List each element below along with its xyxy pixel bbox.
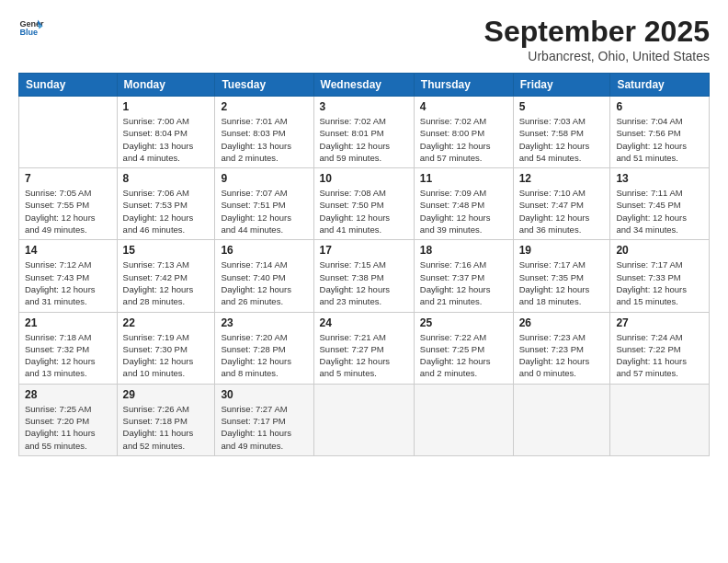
- day-info: Sunrise: 7:17 AMSunset: 7:33 PMDaylight:…: [616, 259, 703, 307]
- calendar-cell: 12Sunrise: 7:10 AMSunset: 7:47 PMDayligh…: [513, 168, 610, 240]
- day-number: 22: [123, 316, 210, 329]
- day-info: Sunrise: 7:13 AMSunset: 7:42 PMDaylight:…: [123, 259, 210, 307]
- calendar-cell: 27Sunrise: 7:24 AMSunset: 7:22 PMDayligh…: [610, 312, 710, 384]
- day-info: Sunrise: 7:10 AMSunset: 7:47 PMDaylight:…: [519, 187, 605, 236]
- calendar-table: SundayMondayTuesdayWednesdayThursdayFrid…: [18, 73, 710, 456]
- day-number: 15: [123, 244, 210, 257]
- calendar-cell: 3Sunrise: 7:02 AMSunset: 8:01 PMDaylight…: [313, 97, 414, 168]
- calendar-week-row-2: 14Sunrise: 7:12 AMSunset: 7:43 PMDayligh…: [19, 240, 710, 312]
- weekday-header-wednesday: Wednesday: [313, 74, 414, 97]
- day-info: Sunrise: 7:16 AMSunset: 7:37 PMDaylight:…: [420, 259, 507, 307]
- calendar-cell: 14Sunrise: 7:12 AMSunset: 7:43 PMDayligh…: [19, 240, 118, 312]
- day-number: 2: [221, 100, 307, 113]
- day-info: Sunrise: 7:00 AMSunset: 8:04 PMDaylight:…: [123, 115, 210, 164]
- location-subtitle: Urbancrest, Ohio, United States: [484, 49, 710, 63]
- calendar-cell: 25Sunrise: 7:22 AMSunset: 7:25 PMDayligh…: [414, 312, 513, 384]
- day-info: Sunrise: 7:23 AMSunset: 7:23 PMDaylight:…: [519, 331, 605, 380]
- calendar-cell: 22Sunrise: 7:19 AMSunset: 7:30 PMDayligh…: [117, 312, 215, 384]
- day-info: Sunrise: 7:27 AMSunset: 7:17 PMDaylight:…: [221, 403, 307, 452]
- calendar-cell: 10Sunrise: 7:08 AMSunset: 7:50 PMDayligh…: [313, 168, 414, 240]
- calendar-week-row-1: 7Sunrise: 7:05 AMSunset: 7:55 PMDaylight…: [19, 168, 710, 240]
- day-info: Sunrise: 7:05 AMSunset: 7:55 PMDaylight:…: [25, 187, 111, 236]
- day-number: 3: [320, 100, 408, 113]
- day-info: Sunrise: 7:08 AMSunset: 7:50 PMDaylight:…: [320, 187, 408, 236]
- weekday-header-friday: Friday: [513, 74, 610, 97]
- calendar-cell: [610, 384, 710, 455]
- calendar-cell: [513, 384, 610, 455]
- day-number: 13: [616, 172, 703, 185]
- day-number: 18: [420, 244, 507, 257]
- day-number: 8: [123, 172, 210, 185]
- header: General Blue General Blue September 2025…: [18, 15, 710, 63]
- calendar-cell: 5Sunrise: 7:03 AMSunset: 7:58 PMDaylight…: [513, 97, 610, 168]
- calendar-cell: 1Sunrise: 7:00 AMSunset: 8:04 PMDaylight…: [117, 97, 215, 168]
- day-info: Sunrise: 7:07 AMSunset: 7:51 PMDaylight:…: [221, 187, 307, 236]
- calendar-cell: 2Sunrise: 7:01 AMSunset: 8:03 PMDaylight…: [215, 97, 313, 168]
- day-number: 23: [221, 316, 307, 329]
- calendar-cell: [313, 384, 414, 455]
- day-info: Sunrise: 7:17 AMSunset: 7:35 PMDaylight:…: [519, 259, 605, 307]
- svg-text:Blue: Blue: [19, 28, 38, 37]
- day-number: 24: [320, 316, 408, 329]
- weekday-header-thursday: Thursday: [414, 74, 513, 97]
- calendar-cell: 17Sunrise: 7:15 AMSunset: 7:38 PMDayligh…: [313, 240, 414, 312]
- calendar-cell: 18Sunrise: 7:16 AMSunset: 7:37 PMDayligh…: [414, 240, 513, 312]
- day-number: 27: [616, 316, 703, 329]
- calendar-cell: 26Sunrise: 7:23 AMSunset: 7:23 PMDayligh…: [513, 312, 610, 384]
- weekday-header-saturday: Saturday: [610, 74, 710, 97]
- day-info: Sunrise: 7:19 AMSunset: 7:30 PMDaylight:…: [123, 331, 210, 380]
- day-info: Sunrise: 7:18 AMSunset: 7:32 PMDaylight:…: [25, 331, 111, 380]
- calendar-cell: 7Sunrise: 7:05 AMSunset: 7:55 PMDaylight…: [19, 168, 118, 240]
- weekday-header-monday: Monday: [117, 74, 215, 97]
- calendar-cell: 21Sunrise: 7:18 AMSunset: 7:32 PMDayligh…: [19, 312, 118, 384]
- day-info: Sunrise: 7:01 AMSunset: 8:03 PMDaylight:…: [221, 115, 307, 164]
- logo-icon: General Blue: [18, 15, 44, 40]
- day-info: Sunrise: 7:06 AMSunset: 7:53 PMDaylight:…: [123, 187, 210, 236]
- calendar-week-row-4: 28Sunrise: 7:25 AMSunset: 7:20 PMDayligh…: [19, 384, 710, 455]
- day-number: 4: [420, 100, 507, 113]
- day-info: Sunrise: 7:14 AMSunset: 7:40 PMDaylight:…: [221, 259, 307, 307]
- calendar-header-row: SundayMondayTuesdayWednesdayThursdayFrid…: [19, 74, 710, 97]
- calendar-cell: 9Sunrise: 7:07 AMSunset: 7:51 PMDaylight…: [215, 168, 313, 240]
- day-number: 21: [25, 316, 111, 329]
- calendar-cell: 13Sunrise: 7:11 AMSunset: 7:45 PMDayligh…: [610, 168, 710, 240]
- weekday-header-sunday: Sunday: [19, 74, 118, 97]
- day-number: 28: [25, 388, 111, 401]
- day-info: Sunrise: 7:25 AMSunset: 7:20 PMDaylight:…: [25, 403, 111, 452]
- day-number: 14: [25, 244, 111, 257]
- day-number: 16: [221, 244, 307, 257]
- day-number: 6: [616, 100, 703, 113]
- calendar-cell: 20Sunrise: 7:17 AMSunset: 7:33 PMDayligh…: [610, 240, 710, 312]
- day-info: Sunrise: 7:12 AMSunset: 7:43 PMDaylight:…: [25, 259, 111, 307]
- day-info: Sunrise: 7:26 AMSunset: 7:18 PMDaylight:…: [123, 403, 210, 452]
- day-info: Sunrise: 7:02 AMSunset: 8:00 PMDaylight:…: [420, 115, 507, 164]
- calendar-week-row-3: 21Sunrise: 7:18 AMSunset: 7:32 PMDayligh…: [19, 312, 710, 384]
- day-info: Sunrise: 7:24 AMSunset: 7:22 PMDaylight:…: [616, 331, 703, 380]
- day-number: 9: [221, 172, 307, 185]
- day-info: Sunrise: 7:11 AMSunset: 7:45 PMDaylight:…: [616, 187, 703, 236]
- calendar-week-row-0: 1Sunrise: 7:00 AMSunset: 8:04 PMDaylight…: [19, 97, 710, 168]
- calendar-cell: 4Sunrise: 7:02 AMSunset: 8:00 PMDaylight…: [414, 97, 513, 168]
- day-number: 10: [320, 172, 408, 185]
- day-info: Sunrise: 7:20 AMSunset: 7:28 PMDaylight:…: [221, 331, 307, 380]
- day-number: 29: [123, 388, 210, 401]
- month-title: September 2025: [484, 15, 710, 49]
- calendar-cell: 30Sunrise: 7:27 AMSunset: 7:17 PMDayligh…: [215, 384, 313, 455]
- day-number: 5: [519, 100, 605, 113]
- day-number: 11: [420, 172, 507, 185]
- day-info: Sunrise: 7:03 AMSunset: 7:58 PMDaylight:…: [519, 115, 605, 164]
- day-number: 30: [221, 388, 307, 401]
- day-info: Sunrise: 7:21 AMSunset: 7:27 PMDaylight:…: [320, 331, 408, 380]
- day-info: Sunrise: 7:02 AMSunset: 8:01 PMDaylight:…: [320, 115, 408, 164]
- day-info: Sunrise: 7:22 AMSunset: 7:25 PMDaylight:…: [420, 331, 507, 380]
- calendar-cell: 24Sunrise: 7:21 AMSunset: 7:27 PMDayligh…: [313, 312, 414, 384]
- calendar-cell: 28Sunrise: 7:25 AMSunset: 7:20 PMDayligh…: [19, 384, 118, 455]
- day-number: 17: [320, 244, 408, 257]
- calendar-cell: 16Sunrise: 7:14 AMSunset: 7:40 PMDayligh…: [215, 240, 313, 312]
- day-number: 12: [519, 172, 605, 185]
- day-number: 20: [616, 244, 703, 257]
- logo: General Blue General Blue: [18, 15, 44, 40]
- day-number: 19: [519, 244, 605, 257]
- calendar-cell: 8Sunrise: 7:06 AMSunset: 7:53 PMDaylight…: [117, 168, 215, 240]
- calendar-cell: 19Sunrise: 7:17 AMSunset: 7:35 PMDayligh…: [513, 240, 610, 312]
